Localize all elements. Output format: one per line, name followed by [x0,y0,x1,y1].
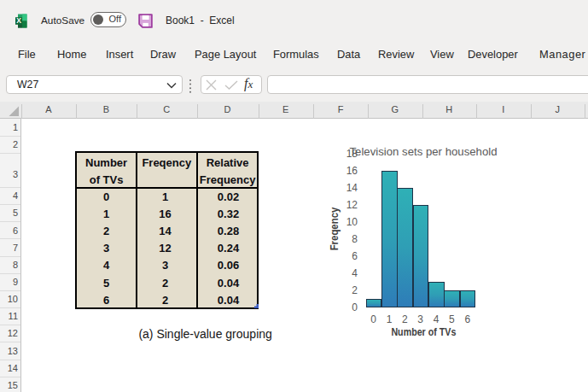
svg-text:X: X [16,16,21,25]
